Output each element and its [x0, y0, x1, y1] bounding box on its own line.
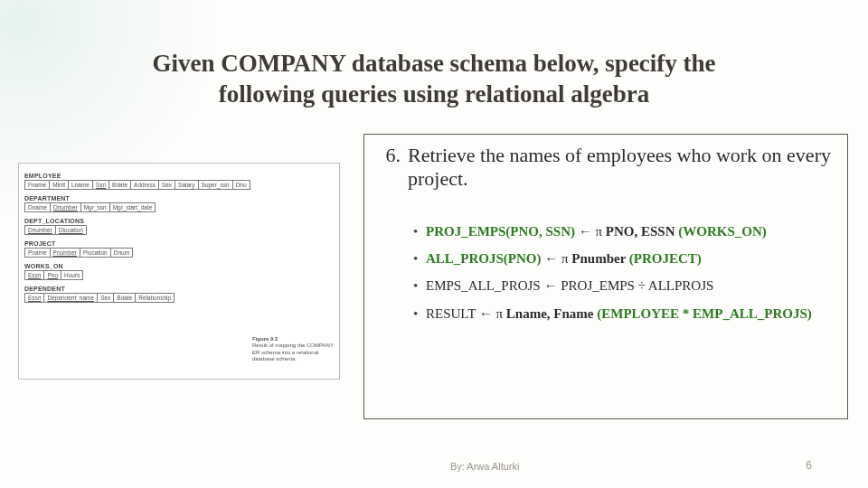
ra-line-1: • PROJ_EMPS(PNO, SSN) ← π PNO, ESSN (WOR… [413, 222, 831, 240]
title-line-1: Given COMPANY database schema below, spe… [152, 50, 715, 77]
bullet-icon: • [413, 277, 426, 295]
ra-line-3: • EMPS_ALL_PROJS ← PROJ_EMPS ÷ ALLPROJS [413, 277, 831, 295]
question-row: 6. Retrieve the names of employees who w… [373, 144, 831, 192]
schema-workson-label: WORKS_ON [24, 263, 334, 269]
bullet-icon: • [413, 305, 426, 323]
question-text: Retrieve the names of employees who work… [408, 144, 831, 192]
schema-employee-label: EMPLOYEE [24, 173, 334, 179]
schema-workson-row: Essn Pno Hours [24, 270, 83, 280]
ra-line-2: • ALL_PROJS(PNO) ← π Pnumber (PROJECT) [413, 249, 831, 267]
figure-caption: Figure 9.2 Result of mapping the COMPANY… [252, 336, 334, 362]
bullet-icon: • [413, 222, 426, 240]
schema-project-label: PROJECT [24, 240, 334, 247]
schema-project-row: Pname Pnumber Plocation Dnum [24, 248, 133, 258]
slide-title: Given COMPANY database schema below, spe… [72, 49, 796, 110]
relational-algebra-list: • PROJ_EMPS(PNO, SSN) ← π PNO, ESSN (WOR… [373, 222, 831, 323]
question-panel: 6. Retrieve the names of employees who w… [363, 134, 848, 419]
schema-employee-row: Fname Minit Lname Ssn Bdate Address Sex … [24, 180, 250, 190]
schema-dependent-label: DEPENDENT [24, 286, 334, 292]
schema-deptloc-row: Dnumber Dlocation [24, 225, 87, 235]
title-line-2: following queries using relational algeb… [219, 80, 650, 108]
footer-author: By: Arwa Alturki [450, 461, 519, 472]
bullet-icon: • [413, 249, 426, 267]
question-number: 6. [373, 144, 408, 192]
schema-department-label: DEPARTMENT [24, 195, 334, 202]
schema-department-row: Dname Dnumber Mgr_ssn Mgr_start_date [24, 202, 156, 212]
schema-diagram: EMPLOYEE Fname Minit Lname Ssn Bdate Add… [18, 163, 340, 380]
schema-dependent-row: Essn Dependent_name Sex Bdate Relationsh… [24, 293, 175, 303]
footer-page-number: 6 [806, 459, 812, 472]
ra-line-4: • RESULT ← π Lname, Fname (EMPLOYEE * EM… [413, 305, 831, 323]
schema-deptloc-label: DEPT_LOCATIONS [24, 218, 334, 224]
